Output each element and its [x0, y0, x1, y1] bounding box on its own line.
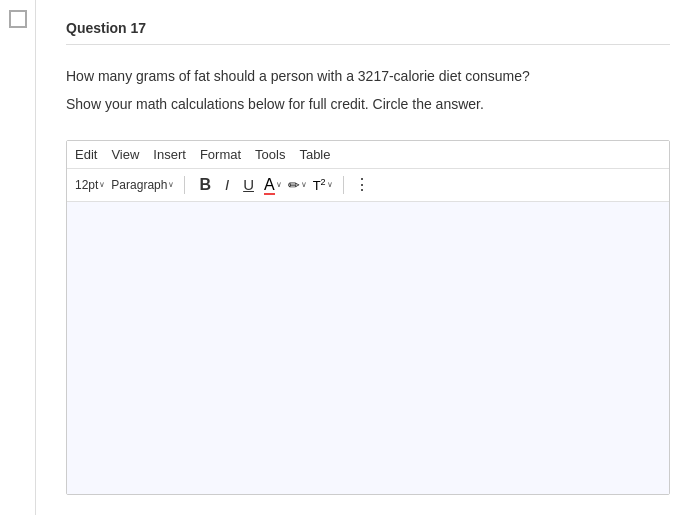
font-color-icon: A — [264, 176, 275, 194]
page-container: Question 17 How many grams of fat should… — [0, 0, 700, 515]
paragraph-value: Paragraph — [111, 178, 167, 192]
editor-body[interactable] — [67, 202, 669, 494]
toolbar-divider-1 — [184, 176, 185, 194]
editor-container: Edit View Insert Format Tools Table 12pt… — [66, 140, 670, 495]
menu-tools[interactable]: Tools — [255, 147, 285, 162]
menu-insert[interactable]: Insert — [153, 147, 186, 162]
page-icon — [9, 10, 27, 28]
superscript-button[interactable]: T2 ∨ — [313, 177, 333, 193]
menu-view[interactable]: View — [111, 147, 139, 162]
toolbar-divider-2 — [343, 176, 344, 194]
menu-bar: Edit View Insert Format Tools Table — [67, 141, 669, 169]
italic-button[interactable]: I — [221, 174, 233, 195]
menu-table[interactable]: Table — [299, 147, 330, 162]
paragraph-chevron: ∨ — [168, 180, 174, 189]
question-line2: Show your math calculations below for fu… — [66, 93, 670, 115]
left-tab — [0, 0, 36, 515]
font-size-value: 12pt — [75, 178, 98, 192]
bold-button[interactable]: B — [195, 174, 215, 196]
superscript-icon: T2 — [313, 177, 326, 193]
main-content: Question 17 How many grams of fat should… — [36, 0, 700, 515]
menu-edit[interactable]: Edit — [75, 147, 97, 162]
font-size-chevron: ∨ — [99, 180, 105, 189]
question-line1: How many grams of fat should a person wi… — [66, 65, 670, 87]
toolbar: 12pt ∨ Paragraph ∨ B I U A ∨ — [67, 169, 669, 202]
font-color-button[interactable]: A ∨ — [264, 176, 282, 194]
highlight-button[interactable]: ✏ ∨ — [288, 177, 307, 193]
question-title: Question 17 — [66, 20, 670, 45]
highlight-icon: ✏ — [288, 177, 300, 193]
superscript-num: 2 — [321, 177, 326, 187]
underline-button[interactable]: U — [239, 174, 258, 195]
menu-format[interactable]: Format — [200, 147, 241, 162]
font-color-chevron: ∨ — [276, 180, 282, 189]
superscript-chevron: ∨ — [327, 180, 333, 189]
font-size-selector[interactable]: 12pt ∨ — [75, 178, 105, 192]
highlight-chevron: ∨ — [301, 180, 307, 189]
paragraph-style-selector[interactable]: Paragraph ∨ — [111, 178, 174, 192]
more-options-button[interactable]: ⋮ — [354, 175, 371, 194]
